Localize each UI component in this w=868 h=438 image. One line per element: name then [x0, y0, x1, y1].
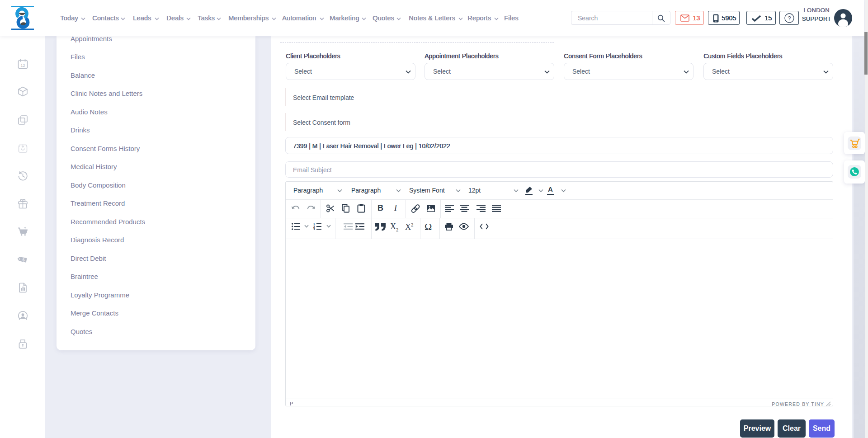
- svg-text:3: 3: [313, 228, 315, 231]
- svg-text:12: 12: [20, 63, 25, 68]
- svg-text:?: ?: [788, 15, 791, 22]
- svg-text:$: $: [22, 258, 24, 262]
